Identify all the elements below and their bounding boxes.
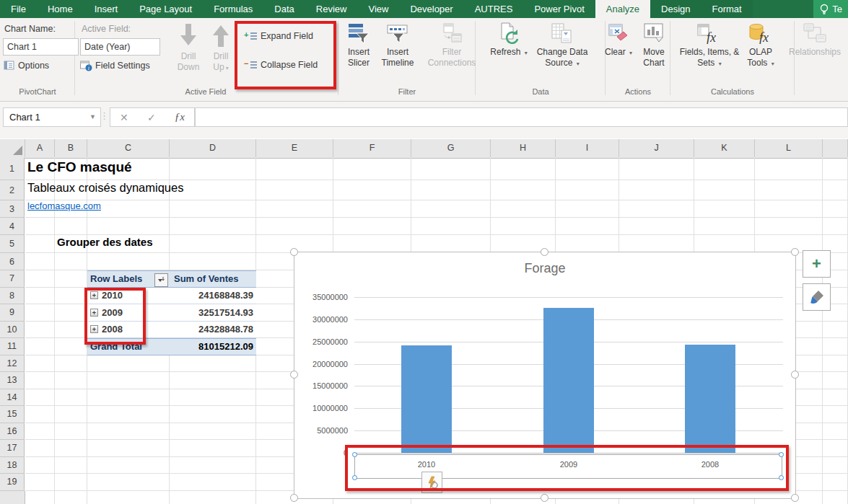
column-header-E[interactable]: E bbox=[256, 139, 333, 157]
column-header-A[interactable]: A bbox=[25, 139, 55, 157]
row-header-18[interactable]: 18 bbox=[0, 457, 25, 474]
row-header-9[interactable]: 9 bbox=[0, 304, 25, 322]
chart-selection-handle[interactable] bbox=[290, 371, 298, 379]
pivot-row-label[interactable]: +2010 bbox=[87, 290, 170, 301]
cell-title[interactable]: Le CFO masqué bbox=[27, 159, 132, 175]
expand-item-button[interactable]: + bbox=[90, 309, 98, 317]
tab-autres[interactable]: AUTRES bbox=[464, 0, 524, 18]
row-header-11[interactable]: 11 bbox=[0, 338, 25, 355]
chart-selection-handle[interactable] bbox=[791, 248, 799, 256]
active-field-input[interactable]: Date (Year) bbox=[80, 38, 160, 56]
x-axis-label-2010[interactable]: 2010 bbox=[401, 460, 452, 469]
row-header-14[interactable]: 14 bbox=[0, 389, 25, 407]
chart-name-input[interactable]: Chart 1 bbox=[3, 38, 79, 56]
row-header-13[interactable]: 13 bbox=[0, 372, 25, 389]
row-header-7[interactable]: 7 bbox=[0, 270, 25, 288]
tab-format[interactable]: Format bbox=[701, 0, 753, 18]
pivot-row-value[interactable]: 24328848.78 bbox=[170, 324, 256, 335]
drill-down-button[interactable]: Drill Down bbox=[172, 22, 204, 73]
pivot-header-values[interactable]: Sum of Ventes bbox=[170, 273, 256, 284]
tab-design[interactable]: Design bbox=[650, 0, 701, 18]
chart-selection-handle[interactable] bbox=[541, 494, 548, 502]
name-box-dropdown-arrow[interactable]: ▼ bbox=[89, 108, 96, 126]
tab-formulas[interactable]: Formulas bbox=[203, 0, 263, 18]
refresh-button[interactable]: Refresh ▾ bbox=[489, 22, 529, 58]
row-header-6[interactable]: 6 bbox=[0, 253, 25, 270]
change-data-source-button[interactable]: Change Data Source ▾ bbox=[530, 22, 594, 69]
select-all-button[interactable] bbox=[0, 139, 25, 157]
tab-analyze[interactable]: Analyze bbox=[595, 0, 650, 18]
column-header-F[interactable]: F bbox=[333, 139, 411, 157]
insert-function-icon[interactable]: ƒx bbox=[175, 111, 185, 123]
axis-selection-handle[interactable] bbox=[779, 452, 784, 457]
filter-connections-button[interactable]: Filter Connections bbox=[423, 22, 481, 68]
row-header-4[interactable]: 4 bbox=[0, 218, 25, 235]
chart-title[interactable]: Forage bbox=[294, 261, 795, 276]
column-header-extra[interactable] bbox=[823, 139, 848, 157]
drill-quick-explore-button[interactable] bbox=[421, 472, 442, 493]
pivot-total-label[interactable]: Grand Total bbox=[87, 341, 170, 352]
row-header-10[interactable]: 10 bbox=[0, 322, 25, 339]
axis-selection-handle[interactable] bbox=[779, 475, 784, 480]
cancel-icon[interactable]: ✕ bbox=[120, 112, 128, 123]
relationships-button[interactable]: Relationships bbox=[783, 22, 847, 58]
pivot-row-label[interactable]: +2009 bbox=[87, 307, 170, 318]
column-header-I[interactable]: I bbox=[556, 139, 619, 157]
field-settings-button[interactable]: i Field Settings bbox=[80, 60, 150, 71]
fields-items-sets-button[interactable]: fx Fields, Items, & Sets ▾ bbox=[679, 22, 740, 69]
collapse-field-button[interactable]: − Collapse Field bbox=[244, 60, 318, 70]
row-header-12[interactable]: 12 bbox=[0, 355, 25, 373]
chart-bar-2009[interactable] bbox=[543, 308, 594, 453]
column-header-H[interactable]: H bbox=[491, 139, 556, 157]
cell-heading[interactable]: Grouper des dates bbox=[57, 236, 153, 248]
pivot-row-2009[interactable]: +200932517514.93 bbox=[87, 304, 256, 322]
pivot-row-2010[interactable]: +201024168848.39 bbox=[87, 288, 256, 305]
drill-up-button[interactable]: Drill Up▾ bbox=[205, 22, 237, 74]
tab-data[interactable]: Data bbox=[263, 0, 305, 18]
tab-developer[interactable]: Developer bbox=[399, 0, 463, 18]
tab-review[interactable]: Review bbox=[305, 0, 358, 18]
tell-me-box[interactable]: Te bbox=[813, 0, 848, 18]
row-header-2[interactable]: 2 bbox=[0, 180, 25, 200]
move-chart-button[interactable]: Move Chart bbox=[638, 22, 670, 68]
tab-file[interactable]: File bbox=[0, 0, 37, 18]
axis-selection-handle[interactable] bbox=[352, 452, 357, 457]
column-header-J[interactable]: J bbox=[619, 139, 694, 157]
expand-item-button[interactable]: + bbox=[90, 291, 98, 299]
row-labels-filter-button[interactable] bbox=[154, 273, 168, 287]
cell-hyperlink[interactable]: lecfomasque.com bbox=[27, 200, 101, 211]
chart-styles-button[interactable] bbox=[803, 283, 831, 311]
axis-selection-handle[interactable] bbox=[352, 475, 357, 480]
tab-home[interactable]: Home bbox=[37, 0, 84, 18]
row-header-16[interactable]: 16 bbox=[0, 423, 25, 441]
expand-field-button[interactable]: + Expand Field bbox=[244, 31, 313, 41]
tab-insert[interactable]: Insert bbox=[84, 0, 129, 18]
column-header-B[interactable]: B bbox=[55, 139, 87, 157]
options-button[interactable]: Options bbox=[4, 60, 49, 71]
pivot-row-2008[interactable]: +200824328848.78 bbox=[87, 322, 256, 339]
row-header-15[interactable]: 15 bbox=[0, 406, 25, 423]
chart-selection-handle[interactable] bbox=[290, 248, 298, 256]
row-header-8[interactable]: 8 bbox=[0, 288, 25, 305]
pivot-row-label[interactable]: +2008 bbox=[87, 324, 170, 335]
chart-selection-handle[interactable] bbox=[791, 494, 799, 502]
clear-button[interactable]: Clear ▾ bbox=[604, 22, 633, 58]
chart-selection-handle[interactable] bbox=[541, 248, 548, 256]
pivot-row-value[interactable]: 24168848.39 bbox=[170, 290, 256, 301]
column-header-C[interactable]: C bbox=[87, 139, 170, 157]
x-axis-label-2008[interactable]: 2008 bbox=[685, 460, 735, 469]
olap-tools-button[interactable]: fx OLAP Tools ▾ bbox=[739, 22, 782, 69]
pivot-chart[interactable]: Forage 350000003000000025000000200000001… bbox=[294, 252, 796, 499]
row-header-5[interactable]: 5 bbox=[0, 235, 25, 253]
row-header-3[interactable]: 3 bbox=[0, 200, 25, 218]
column-header-K[interactable]: K bbox=[694, 139, 755, 157]
insert-slicer-button[interactable]: Insert Slicer bbox=[341, 22, 377, 68]
tab-power-pivot[interactable]: Power Pivot bbox=[523, 0, 595, 18]
name-box[interactable]: Chart 1 ▼ bbox=[3, 107, 101, 127]
formula-bar-resize-dots[interactable]: ⋮ bbox=[100, 110, 109, 121]
tab-view[interactable]: View bbox=[357, 0, 399, 18]
column-header-G[interactable]: G bbox=[411, 139, 491, 157]
chart-bar-2010[interactable] bbox=[401, 345, 452, 453]
expand-item-button[interactable]: + bbox=[90, 325, 98, 333]
formula-input[interactable] bbox=[195, 107, 848, 127]
